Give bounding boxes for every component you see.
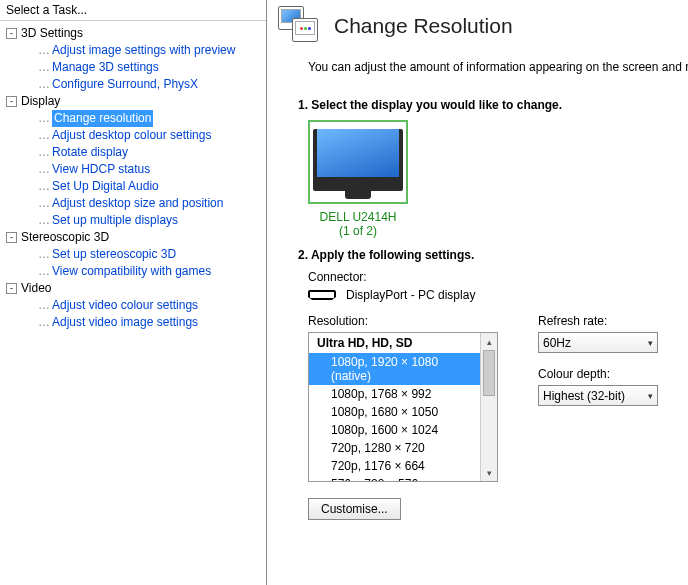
resolution-option[interactable]: 1080p, 1600 × 1024 xyxy=(309,421,480,439)
tree-item[interactable]: …Set up stereoscopic 3D xyxy=(0,246,266,263)
colour-depth-select[interactable]: Highest (32-bit) ▾ xyxy=(538,385,658,406)
resolution-option[interactable]: 720p, 1176 × 664 xyxy=(309,457,480,475)
tree-link[interactable]: Adjust desktop size and position xyxy=(52,195,223,212)
monitor-option[interactable]: DELL U2414H(1 of 2) xyxy=(308,120,408,238)
tree-item[interactable]: …Adjust image settings with preview xyxy=(0,42,266,59)
resolution-icon xyxy=(278,6,322,46)
tree-group[interactable]: -Video xyxy=(0,280,266,297)
page-title: Change Resolution xyxy=(334,14,513,38)
tree-link[interactable]: Adjust desktop colour settings xyxy=(52,127,211,144)
scroll-thumb[interactable] xyxy=(483,350,495,396)
tree-group[interactable]: -Stereoscopic 3D xyxy=(0,229,266,246)
tree-item[interactable]: …Configure Surround, PhysX xyxy=(0,76,266,93)
page-header: Change Resolution xyxy=(268,0,688,60)
tree-item[interactable]: …View compatibility with games xyxy=(0,263,266,280)
resolution-option[interactable]: 1080p, 1768 × 992 xyxy=(309,385,480,403)
tree-link[interactable]: Adjust image settings with preview xyxy=(52,42,235,59)
collapse-icon[interactable]: - xyxy=(6,96,17,107)
tree-link[interactable]: Set Up Digital Audio xyxy=(52,178,159,195)
tree-link[interactable]: View compatibility with games xyxy=(52,263,211,280)
tree-group[interactable]: -Display xyxy=(0,93,266,110)
tree-item[interactable]: …Rotate display xyxy=(0,144,266,161)
collapse-icon[interactable]: - xyxy=(6,28,17,39)
tree-item[interactable]: …Adjust video image settings xyxy=(0,314,266,331)
collapse-icon[interactable]: - xyxy=(6,232,17,243)
monitor-name: DELL U2414H(1 of 2) xyxy=(308,210,408,238)
resolution-option[interactable]: 576p, 720 × 576 xyxy=(309,475,480,482)
connector-label: Connector: xyxy=(308,270,658,284)
tree-item[interactable]: …Set up multiple displays xyxy=(0,212,266,229)
step1-label: 1. Select the display you would like to … xyxy=(298,98,658,112)
resolution-label: Resolution: xyxy=(308,314,498,328)
tree-link[interactable]: Set up stereoscopic 3D xyxy=(52,246,176,263)
page-subtitle: You can adjust the amount of information… xyxy=(268,60,688,88)
collapse-icon[interactable]: - xyxy=(6,283,17,294)
scroll-up-icon[interactable]: ▴ xyxy=(481,333,497,350)
resolution-option[interactable]: 720p, 1280 × 720 xyxy=(309,439,480,457)
tree-link[interactable]: Adjust video image settings xyxy=(52,314,198,331)
tree-link[interactable]: Set up multiple displays xyxy=(52,212,178,229)
resolution-option[interactable]: 1080p, 1920 × 1080 (native) xyxy=(309,353,480,385)
resolution-list[interactable]: Ultra HD, HD, SD1080p, 1920 × 1080 (nati… xyxy=(308,332,498,482)
customise-button[interactable]: Customise... xyxy=(308,498,401,520)
chevron-down-icon: ▾ xyxy=(648,391,653,401)
tree-item[interactable]: …View HDCP status xyxy=(0,161,266,178)
tree-item[interactable]: …Adjust desktop size and position xyxy=(0,195,266,212)
colour-depth-label: Colour depth: xyxy=(538,367,658,381)
tree-item[interactable]: …Manage 3D settings xyxy=(0,59,266,76)
tree-link[interactable]: Change resolution xyxy=(52,110,153,127)
sidebar-header: Select a Task... xyxy=(0,0,266,21)
sidebar: Select a Task... -3D Settings…Adjust ima… xyxy=(0,0,267,585)
tree-item[interactable]: …Set Up Digital Audio xyxy=(0,178,266,195)
tree-item[interactable]: …Change resolution xyxy=(0,110,266,127)
monitor-icon xyxy=(313,129,403,191)
tree-item[interactable]: …Adjust desktop colour settings xyxy=(0,127,266,144)
tree-link[interactable]: Rotate display xyxy=(52,144,128,161)
step2-label: 2. Apply the following settings. xyxy=(298,248,658,262)
scrollbar[interactable]: ▴ ▾ xyxy=(480,333,497,481)
tree-item[interactable]: …Adjust video colour settings xyxy=(0,297,266,314)
resolution-option[interactable]: 1080p, 1680 × 1050 xyxy=(309,403,480,421)
refresh-rate-label: Refresh rate: xyxy=(538,314,658,328)
connector-value: DisplayPort - PC display xyxy=(346,288,475,302)
tree-link[interactable]: Adjust video colour settings xyxy=(52,297,198,314)
refresh-rate-select[interactable]: 60Hz ▾ xyxy=(538,332,658,353)
list-group-header: Ultra HD, HD, SD xyxy=(309,333,480,353)
displayport-icon xyxy=(308,290,336,300)
tree-link[interactable]: View HDCP status xyxy=(52,161,150,178)
chevron-down-icon: ▾ xyxy=(648,338,653,348)
tree-group[interactable]: -3D Settings xyxy=(0,25,266,42)
scroll-down-icon[interactable]: ▾ xyxy=(481,464,497,481)
main-panel: Change Resolution You can adjust the amo… xyxy=(267,0,688,585)
task-tree: -3D Settings…Adjust image settings with … xyxy=(0,21,266,585)
tree-link[interactable]: Manage 3D settings xyxy=(52,59,159,76)
tree-link[interactable]: Configure Surround, PhysX xyxy=(52,76,198,93)
